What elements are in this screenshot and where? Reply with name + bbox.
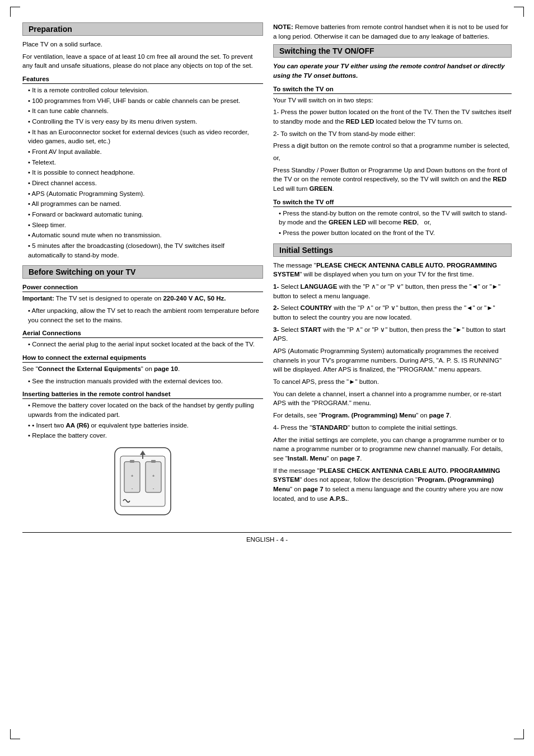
preparation-p2: For ventilation, leave a space of at lea… [22,52,263,71]
switching-section: Switching the TV ON/OFF You can operate … [273,44,512,237]
svg-text:-: - [132,486,133,491]
features-list: It is a remote controlled colour televis… [22,86,263,260]
list-item: Front AV Input available. [22,147,263,157]
delete-text: You can delete a channel, insert a chann… [273,389,512,408]
cancel-aps: To cancel APS, press the "►" button. [273,377,512,387]
list-item: It has an Euroconnector socket for exter… [22,128,263,146]
step1-bold: RED LED [346,118,374,125]
corner-mark-br [514,729,524,739]
step1-num: 1- [273,283,279,290]
switching-subtitle: You can operate your TV either using the… [273,62,512,80]
how-p1-prefix: See " [22,365,38,372]
p4-mid: Led will turn [273,185,310,192]
step2-num: 2- [273,304,279,311]
switch-on-p2: 2- To switch on the TV from stand-by mod… [273,129,512,139]
preparation-title: Preparation [22,22,263,36]
switch-on-title: To switch the TV on [273,86,512,94]
switch-on-p3: Press a digit button on the remote contr… [273,141,512,151]
switch-on-step1: 1- Press the power button located on the… [273,107,512,126]
features-title: Features [22,76,263,84]
voltage-text: 220-240 V AC, 50 Hz. [163,295,226,302]
corner-mark-tl [10,7,20,17]
details-end: . [449,412,451,419]
p4-end: . [332,185,334,192]
initial-p1: The message "PLEASE CHECK ANTENNA CABLE … [273,261,512,279]
start-label: START [301,326,321,333]
how-connect-list: See the instruction manuals provided wit… [22,377,263,386]
svg-rect-7 [151,460,156,463]
initial-step3: 3- Select START with the "P ∧" or "P ∨" … [273,325,512,344]
how-p1-end: . [178,365,180,372]
switch-on-p1: Your TV will switch on in two steps: [273,96,512,105]
how-connect-p1: See "Connect the External Equipments" on… [22,364,263,374]
p4-green: GREEN [310,185,332,192]
lang-label: LANGUAGE [301,283,338,290]
list-item: Remove the battery cover located on the … [22,401,263,419]
list-item: Teletext. [22,158,263,167]
power-connection-important: Important: The TV set is designed to ope… [22,294,263,303]
aerial-connections-title: Aerial Connections [22,330,263,338]
switch-off-item1: Press the stand-by button on the remote … [273,209,512,227]
after-initial-text: After the initial settings are complete,… [273,435,512,463]
before-switching-title: Before Switching on your TV [22,265,263,279]
list-item: See the instruction manuals provided wit… [22,377,263,386]
list-item: APS (Automatic Programming System). [22,189,263,199]
svg-text:+: + [152,473,155,478]
battery-list: Remove the battery cover located on the … [22,401,263,440]
how-p1-page: page 10 [154,365,178,372]
list-item: All programmes can be named. [22,199,263,209]
details-bold: Program. (Programming) Menu [321,412,416,419]
list-item: Automatic sound mute when no transmissio… [22,231,263,240]
step3-num: 3- [273,326,279,333]
p4-prefix: Press Standby / Power Button or Programm… [273,167,507,183]
switch-on-p4: Press Standby / Power Button or Programm… [273,166,512,194]
list-item: Connect the aerial plug to the aerial in… [22,340,263,349]
initial-step2: 2- Select COUNTRY with the "P ∧" or "P ∨… [273,303,512,322]
aps-text: APS (Automatic Programming System) autom… [273,346,512,374]
list-item: It is a remote controlled colour televis… [22,86,263,95]
svg-text:-: - [153,486,154,491]
power-connection-title: Power connection [22,284,263,292]
initial-settings-section: Initial Settings The message "PLEASE CHE… [273,243,512,503]
switch-off-list: Press the stand-by button on the remote … [273,209,512,238]
list-item: It can tune cable channels. [22,106,263,116]
note-label: NOTE: [273,24,293,30]
list-item: Direct channel access. [22,179,263,188]
svg-rect-3 [130,460,134,463]
initial-p1-suffix: " will be displayed when you turn on you… [299,271,474,278]
list-item: It is possible to connect headphone. [22,168,263,177]
how-p1-link: Connect the External Equipments [38,365,141,372]
switching-title: Switching the TV ON/OFF [273,44,512,58]
inserting-batteries-title: Inserting batteries in the remote contro… [22,391,263,399]
list-item: Sleep timer. [22,220,263,230]
list-item: After unpacking, allow the TV set to rea… [22,306,263,325]
important-label: Important: [22,295,54,302]
details-prefix: For details, see " [273,412,321,419]
step4-text: 4- Press the "STANDARD" button to comple… [273,423,512,433]
note-content: Remove batteries from remote control han… [273,24,508,40]
initial-step1: 1- Select LANGUAGE with the "P ∧" or "P … [273,282,512,300]
how-p1-suffix: " on [141,365,154,372]
page: Preparation Place TV on a solid surface.… [0,0,534,756]
switch-on-p3b: or, [273,153,512,163]
footer-text: ENGLISH - 4 - [246,536,288,543]
list-item: • Insert two AA (R6) or equivalent type … [22,421,263,430]
list-item: Controlling the TV is very easy by its m… [22,117,263,126]
details-suffix: " on [416,412,429,419]
right-column: NOTE: Remove batteries from remote contr… [273,22,512,522]
preparation-section: Preparation Place TV on a solid surface.… [22,22,263,260]
list-item: 5 minutes after the broadcasting (closed… [22,241,263,260]
power-list: After unpacking, allow the TV set to rea… [22,306,263,325]
aerial-list: Connect the aerial plug to the aerial in… [22,340,263,349]
list-item: Replace the battery cover. [22,431,263,440]
switch-off-item2: Press the power button located on the fr… [273,228,512,238]
country-label: COUNTRY [301,304,332,311]
important-text: The TV set is designed to operate on [54,295,163,302]
details-text: For details, see "Program. (Programming)… [273,411,512,420]
initial-p1-prefix: The message " [273,262,316,269]
main-content: Preparation Place TV on a solid surface.… [22,22,512,522]
if-message-text: If the message "PLEASE CHECK ANTENNA CAB… [273,466,512,504]
preparation-p1: Place TV on a solid surface. [22,40,263,49]
note-text: NOTE: Remove batteries from remote contr… [273,22,512,41]
footer: ENGLISH - 4 - [22,532,512,543]
